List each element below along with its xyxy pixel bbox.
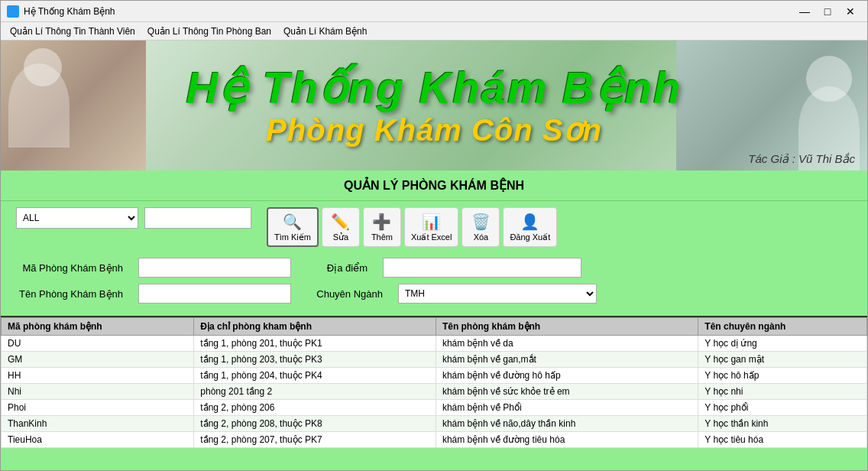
minimize-button[interactable]: — [794, 3, 815, 20]
search-row: ALL DU GM HH Nhi Phoi ThanKinh TieuHoa [16, 207, 251, 229]
sua-label: Sửa [333, 232, 348, 242]
col-ten-phong: Tên phòng khám bệnh [436, 318, 698, 336]
excel-label: Xuất Excel [411, 232, 452, 242]
cell-dia-chi: tầng 1, phòng 203, thuộc PK3 [194, 352, 436, 368]
ma-phong-label: Mã Phòng Khám Bệnh [16, 262, 123, 274]
maximize-button[interactable]: □ [817, 3, 838, 20]
cell-ten-phong: khám bệnh về Phổi [436, 400, 698, 416]
main-window: Hệ Thống Khám Bệnh — □ ✕ Quản Lí Thông T… [0, 0, 868, 471]
cell-chuyen-nganh: Y học phổi [698, 400, 867, 416]
close-button[interactable]: ✕ [840, 3, 861, 20]
dia-diem-label: Địa điểm [306, 262, 368, 274]
cell-chuyen-nganh: Y học nhi [698, 384, 867, 400]
delete-icon: 🗑️ [471, 213, 491, 231]
cell-ma: HH [2, 368, 194, 384]
chuyen-nganh-label: Chuyên Ngành [306, 288, 383, 300]
ma-phong-input[interactable] [138, 258, 291, 278]
table-row[interactable]: Phoi tầng 2, phòng 206 khám bệnh về Phổi… [2, 400, 867, 416]
btn-dangxuat[interactable]: 👤 Đăng Xuất [503, 207, 557, 247]
dangxuat-label: Đăng Xuất [510, 232, 550, 242]
cell-dia-chi: tầng 2, phòng 208, thuộc PK8 [194, 416, 436, 432]
table-row[interactable]: ThanKinh tầng 2, phòng 208, thuộc PK8 kh… [2, 416, 867, 432]
table-row[interactable]: HH tầng 1, phòng 204, thuộc PK4 khám bện… [2, 368, 867, 384]
cell-ten-phong: khám bệnh về đường hô hấp [436, 368, 698, 384]
btn-excel[interactable]: 📊 Xuất Excel [404, 207, 458, 247]
cell-chuyen-nganh: Y học gan mật [698, 352, 867, 368]
menu-phong-ban[interactable]: Quản Lí Thông Tin Phòng Ban [141, 24, 277, 38]
table-header: Mã phòng khám bệnh Địa chỉ phòng kham bệ… [2, 318, 867, 336]
menu-bar: Quản Lí Thông Tin Thành Viên Quản Lí Thô… [1, 22, 867, 41]
table-row[interactable]: Nhi phòng 201 tầng 2 khám bệnh về sức kh… [2, 384, 867, 400]
controls-area: ALL DU GM HH Nhi Phoi ThanKinh TieuHoa 🔍… [1, 201, 867, 253]
cell-dia-chi: tầng 1, phòng 204, thuộc PK4 [194, 368, 436, 384]
ten-phong-label: Tên Phòng Khám Bệnh [16, 288, 123, 300]
chuyen-nganh-select[interactable]: TMH Y học dị ứng Y học gan mật Y học hô … [398, 284, 597, 304]
banner-author: Tác Giả : Vũ Thi Bắc [748, 152, 855, 166]
cell-ma: Phoi [2, 400, 194, 416]
section-header: QUẢN LÝ PHÒNG KHÁM BỆNH [1, 171, 867, 201]
table-header-row: Mã phòng khám bệnh Địa chỉ phòng kham bệ… [2, 318, 867, 336]
cell-chuyen-nganh: Y học thần kinh [698, 416, 867, 432]
cell-ma: DU [2, 336, 194, 352]
table-row[interactable]: TieuHoa tầng 2, phòng 207, thuộc PK7 khá… [2, 432, 867, 448]
cell-dia-chi: phòng 201 tầng 2 [194, 384, 436, 400]
title-bar: Hệ Thống Khám Bệnh — □ ✕ [1, 1, 867, 22]
cell-ma: ThanKinh [2, 416, 194, 432]
table-row[interactable]: DU tầng 1, phòng 201, thuộc PK1 khám bện… [2, 336, 867, 352]
data-table: Mã phòng khám bệnh Địa chỉ phòng kham bệ… [1, 317, 867, 448]
btn-sua[interactable]: ✏️ Sửa [322, 207, 360, 247]
search-icon: 🔍 [283, 213, 302, 231]
menu-thanh-vien[interactable]: Quản Lí Thông Tin Thành Viên [4, 24, 141, 38]
filter-dropdown[interactable]: ALL DU GM HH Nhi Phoi ThanKinh TieuHoa [16, 207, 138, 229]
btn-xoa[interactable]: 🗑️ Xóa [462, 207, 500, 247]
table-row[interactable]: GM tầng 1, phòng 203, thuộc PK3 khám bện… [2, 352, 867, 368]
banner-title-main: Hệ Thống Khám Bệnh [1, 63, 867, 112]
btn-them[interactable]: ➕ Thêm [363, 207, 401, 247]
excel-icon: 📊 [422, 213, 441, 231]
cell-chuyen-nganh: Y học dị ứng [698, 336, 867, 352]
col-dia-chi: Địa chỉ phòng kham bệnh [194, 318, 436, 336]
app-icon [7, 5, 19, 18]
search-input[interactable] [144, 207, 251, 229]
form-area: Mã Phòng Khám Bệnh Địa điểm Tên Phòng Kh… [1, 253, 867, 316]
cell-ten-phong: khám bệnh về da [436, 336, 698, 352]
table-container: Mã phòng khám bệnh Địa chỉ phòng kham bệ… [1, 316, 867, 448]
window-title: Hệ Thống Khám Bệnh [24, 6, 115, 17]
col-ma: Mã phòng khám bệnh [2, 318, 194, 336]
banner: Hệ Thống Khám Bệnh Phòng Khám Côn Sơn Tá… [1, 41, 867, 171]
timkiem-label: Tìm Kiếm [274, 232, 311, 242]
col-chuyen-nganh: Tên chuyên ngành [698, 318, 867, 336]
cell-ma: TieuHoa [2, 432, 194, 448]
cell-ten-phong: khám bệnh về sức khỏe trẻ em [436, 384, 698, 400]
logout-icon: 👤 [520, 213, 539, 231]
ten-phong-input[interactable] [138, 284, 291, 304]
cell-dia-chi: tầng 1, phòng 201, thuộc PK1 [194, 336, 436, 352]
cell-ma: Nhi [2, 384, 194, 400]
dia-diem-input[interactable] [383, 258, 581, 278]
cell-ma: GM [2, 352, 194, 368]
menu-kham-benh[interactable]: Quản Lí Khám Bệnh [277, 24, 373, 38]
banner-text-container: Hệ Thống Khám Bệnh Phòng Khám Côn Sơn [1, 63, 867, 148]
cell-dia-chi: tầng 2, phòng 207, thuộc PK7 [194, 432, 436, 448]
form-row-1: Mã Phòng Khám Bệnh Địa điểm [16, 258, 852, 278]
cell-ten-phong: khám bệnh về đường tiêu hóa [436, 432, 698, 448]
toolbar: 🔍 Tìm Kiếm ✏️ Sửa ➕ Thêm 📊 Xuất Excel 🗑️… [267, 207, 557, 247]
btn-timkiem[interactable]: 🔍 Tìm Kiếm [267, 207, 319, 247]
cell-chuyen-nganh: Y học hô hấp [698, 368, 867, 384]
banner-title-sub: Phòng Khám Côn Sơn [1, 112, 867, 148]
cell-dia-chi: tầng 2, phòng 206 [194, 400, 436, 416]
table-body: DU tầng 1, phòng 201, thuộc PK1 khám bện… [2, 336, 867, 448]
cell-chuyen-nganh: Y học tiêu hóa [698, 432, 867, 448]
section-title: QUẢN LÝ PHÒNG KHÁM BỆNH [344, 179, 524, 192]
window-controls: — □ ✕ [794, 3, 861, 20]
form-row-2: Tên Phòng Khám Bệnh Chuyên Ngành TMH Y h… [16, 284, 852, 304]
xoa-label: Xóa [474, 232, 489, 242]
them-label: Thêm [371, 232, 393, 242]
edit-icon: ✏️ [331, 213, 350, 231]
add-icon: ➕ [372, 213, 391, 231]
cell-ten-phong: khám bệnh về gan,mắt [436, 352, 698, 368]
cell-ten-phong: khám bệnh về não,dây thần kinh [436, 416, 698, 432]
